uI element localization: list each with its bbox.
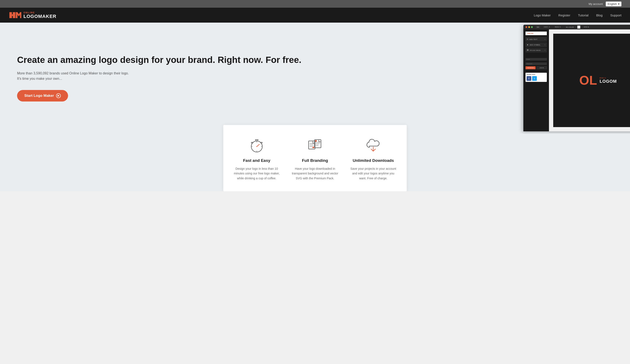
svg-point-19: [315, 140, 317, 142]
timer-icon: [247, 136, 266, 155]
chevron-down-icon: ▾: [618, 2, 620, 6]
dot-red: [526, 26, 527, 28]
feature-unlimited-downloads-title: Unlimited Downloads: [353, 158, 394, 163]
mockup-logo-letters: OL: [579, 74, 597, 87]
feature-full-branding-title: Full Branding: [302, 158, 328, 163]
mockup-canvas: OL ONLI LOGOM: [549, 30, 630, 131]
language-label: English: [608, 2, 617, 6]
hero-section: Create an amazing logo design for your b…: [0, 22, 630, 134]
mockup-email-input[interactable]: [526, 58, 547, 60]
facebook-share-button[interactable]: f: [526, 76, 531, 81]
mockup-screen: ◀ ▶ UNDO ↺ REDO ↻ BG COLOR GRID ⊞ ONLINE…: [523, 25, 630, 131]
utility-bar: My account English ▾: [0, 0, 630, 8]
mockup-tool-symbol[interactable]: ★ ADD SYMBOL +: [526, 42, 547, 47]
dot-green: [531, 26, 533, 28]
hero-title: Create an amazing logo design for your b…: [17, 54, 317, 65]
mockup-login-button[interactable]: LOG IN: [536, 66, 547, 69]
cta-label: Start Logo Maker: [24, 94, 54, 98]
feature-unlimited-downloads-desc: Save your projects in your account and e…: [348, 166, 398, 180]
feature-fast-easy: Fast and Easy Design your logo in less t…: [232, 136, 282, 180]
language-selector[interactable]: English ▾: [606, 2, 622, 6]
mockup-tool-text[interactable]: H ADD TEXT +: [526, 37, 547, 42]
feature-full-branding: Full Branding Have your logo downloaded …: [290, 136, 340, 180]
hero-subtitle: More than 3,590,092 brands used Online L…: [17, 70, 317, 82]
feature-fast-easy-desc: Design your logo in less than 10 minutes…: [232, 166, 282, 180]
logo[interactable]: ONLINE LOGOMAKER: [8, 10, 56, 20]
nav-logo-maker[interactable]: Logo Maker: [534, 14, 551, 17]
nav-links: Logo Maker Register Tutorial Blog Suppor…: [534, 14, 622, 17]
mockup-sidebar-logo: ONLINELOGOMAKER: [526, 32, 547, 35]
my-account-label: My account: [589, 2, 603, 6]
mockup-inner: ONLINELOGOMAKER H ADD TEXT + ★ ADD SYMBO…: [523, 30, 630, 131]
nav-tutorial[interactable]: Tutorial: [578, 14, 588, 17]
nav-support[interactable]: Support: [610, 14, 622, 17]
feature-unlimited-downloads: Unlimited Downloads Save your projects i…: [348, 136, 398, 180]
logo-logomaker: LOGOMAKER: [24, 14, 56, 19]
mockup-password-input[interactable]: [526, 62, 547, 65]
twitter-share-button[interactable]: t: [532, 76, 537, 81]
nav-register[interactable]: Register: [558, 14, 570, 17]
feature-full-branding-desc: Have your logo downloaded in transparent…: [290, 166, 340, 180]
hero-mockup: ◀ ▶ UNDO ↺ REDO ↻ BG COLOR GRID ⊞ ONLINE…: [330, 22, 630, 134]
svg-point-20: [312, 146, 314, 148]
svg-line-5: [257, 144, 259, 146]
download-icon: [364, 136, 383, 155]
dot-yellow: [528, 26, 530, 28]
mockup-dots: ◀ ▶ UNDO ↺ REDO ↻ BG COLOR GRID ⊞: [523, 25, 630, 30]
mockup-logo-text: ONLI LOGOM: [600, 77, 617, 84]
mockup-sidebar: ONLINELOGOMAKER H ADD TEXT + ★ ADD SYMBO…: [523, 30, 549, 131]
share-buttons: f t: [526, 76, 546, 81]
mockup-register-button[interactable]: REGISTER: [526, 66, 536, 69]
feature-fast-easy-title: Fast and Easy: [243, 158, 270, 163]
features-card: Fast and Easy Design your logo in less t…: [223, 125, 407, 191]
branding-icon: [306, 136, 324, 155]
navbar: ONLINE LOGOMAKER Logo Maker Register Tut…: [0, 8, 630, 22]
nav-blog[interactable]: Blog: [596, 14, 602, 17]
start-logo-maker-button[interactable]: Start Logo Maker ▶: [17, 90, 68, 102]
svg-point-6: [256, 146, 257, 147]
mockup-tool-upload[interactable]: 🖼 UPLOAD IMAGE +: [526, 48, 547, 52]
play-icon: ▶: [56, 94, 61, 98]
hero-content: Create an amazing logo design for your b…: [0, 22, 330, 134]
logo-icon: [8, 10, 21, 20]
logo-text: ONLINE LOGOMAKER: [24, 11, 56, 19]
mockup-share-label: SHARE LOGO: [526, 74, 546, 75]
